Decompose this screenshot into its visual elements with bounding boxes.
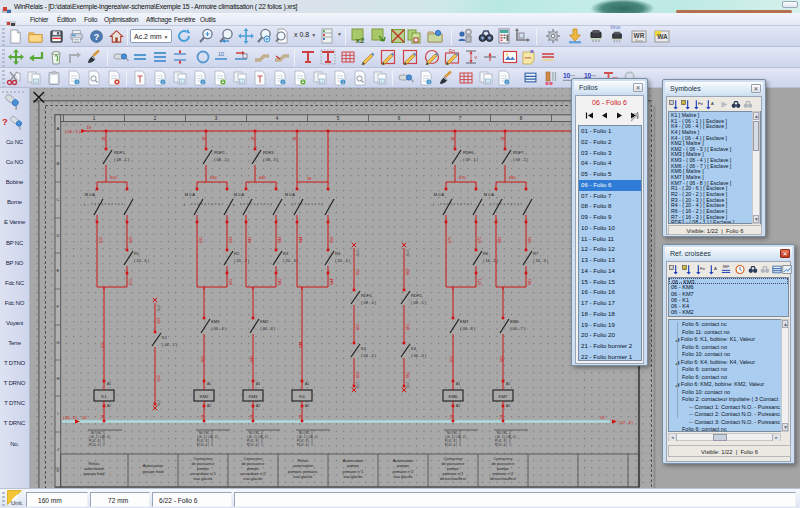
svg-text:671: 671	[448, 237, 452, 243]
svg-text:( 09 - 2 ): ( 09 - 2 )	[513, 157, 529, 162]
svg-text:( 08 - 2 ): ( 08 - 2 )	[214, 157, 230, 162]
svg-text:P( 02 - 8 ): P( 02 - 8 )	[445, 439, 457, 443]
svg-text:M 0 A: M 0 A	[85, 192, 96, 197]
svg-text:642: 642	[250, 356, 254, 362]
svg-text:681: 681	[528, 279, 532, 285]
svg-text:R4: R4	[335, 251, 341, 256]
svg-text:671: 671	[478, 279, 482, 285]
svg-text:6: 6	[398, 116, 401, 121]
svg-text:18: 18	[102, 137, 106, 141]
svg-text:( 20 - 4 ): ( 20 - 4 )	[335, 258, 351, 263]
svg-text:R7: R7	[533, 251, 539, 256]
svg-text:P( 02 - 8 ): P( 02 - 8 )	[495, 439, 507, 443]
svg-text:NO | NC: NO | NC	[299, 431, 310, 435]
svg-text:'désurchauffeur': 'désurchauffeur'	[489, 476, 517, 481]
svg-text:661: 661	[406, 324, 410, 330]
svg-text:A1: A1	[305, 382, 309, 386]
svg-text:No.2: No.2	[157, 400, 161, 406]
svg-text:A1: A1	[256, 382, 260, 386]
svg-text:7: 7	[459, 116, 462, 121]
svg-text:P( 02 - 6 ): P( 02 - 6 )	[247, 443, 259, 447]
svg-text:NO | NC: NO | NC	[199, 431, 210, 435]
svg-text:( 20 - 3 ): ( 20 - 3 )	[283, 258, 299, 263]
svg-text:18: 18	[451, 137, 455, 141]
svg-text:R3: R3	[283, 251, 289, 256]
svg-text:RDF3,: RDF3,	[263, 150, 275, 155]
svg-text:630: 630	[210, 175, 217, 180]
svg-text:( 06 - 8 ): ( 06 - 8 )	[460, 326, 476, 331]
svg-text:( 06 - 4 ): ( 06 - 4 )	[211, 326, 227, 331]
svg-text:eau glacée: eau glacée	[243, 476, 262, 481]
svg-text:18: 18	[293, 137, 297, 141]
svg-text:A: A	[57, 126, 60, 131]
svg-text:671: 671	[478, 237, 482, 243]
svg-text:( 08 - 3 ): ( 08 - 3 )	[263, 157, 279, 162]
svg-text:P( 02 - 8 ): P( 02 - 8 )	[89, 439, 101, 443]
svg-text:4: 4	[276, 116, 279, 121]
svg-text:( 06 - 1 ): ( 06 - 1 )	[162, 342, 178, 347]
svg-text:653: 653	[356, 372, 360, 378]
svg-text:RDF1,: RDF1,	[114, 150, 126, 155]
svg-text:18: 18	[87, 125, 92, 130]
svg-text:660: 660	[406, 269, 410, 275]
svg-text:( 06 - 2 ) ( 06 - 4 ): ( 06 - 2 ) ( 06 - 4 )	[445, 435, 466, 439]
svg-text:P( 02 - 6 ): P( 02 - 6 )	[445, 443, 457, 447]
svg-text:I: I	[57, 411, 58, 416]
svg-text:P( 02 - 6 ): P( 02 - 6 )	[89, 443, 101, 447]
svg-text:( 16 - 3 ): ( 16 - 3 )	[533, 258, 549, 263]
svg-text:No.3: No.3	[356, 250, 360, 256]
svg-text:611: 611	[101, 342, 105, 348]
svg-text:A2: A2	[107, 404, 111, 408]
svg-text:622: 622	[157, 375, 161, 381]
svg-text:680: 680	[509, 175, 516, 180]
svg-text:1: 1	[93, 116, 96, 121]
svg-text:621: 621	[157, 317, 161, 323]
svg-text:M 0 A: M 0 A	[484, 192, 495, 197]
svg-text:groupe froid: groupe froid	[84, 471, 105, 476]
svg-text:No.3: No.3	[406, 250, 410, 256]
svg-text:K: K	[57, 468, 60, 473]
svg-text:( 06 - 2 ) ( 06 - 4 ): ( 06 - 2 ) ( 06 - 4 )	[197, 435, 218, 439]
svg-text:H: H	[56, 376, 59, 381]
svg-text:641: 641	[278, 279, 282, 285]
svg-text:A1: A1	[207, 382, 211, 386]
svg-text:681: 681	[498, 237, 502, 243]
svg-text:No.2: No.2	[406, 382, 410, 388]
svg-text:3: 3	[215, 116, 218, 121]
svg-text:eau glacée: eau glacée	[343, 474, 362, 479]
svg-text:611: 611	[99, 237, 103, 243]
svg-text:K4: K4	[411, 346, 417, 351]
svg-text:641: 641	[248, 237, 252, 243]
svg-text:19: 19	[600, 415, 605, 420]
svg-text:KM6: KM6	[510, 319, 519, 324]
svg-text:M 0 A: M 0 A	[185, 192, 196, 197]
svg-text:eau glacée: eau glacée	[393, 474, 412, 479]
svg-text:G: G	[56, 340, 59, 345]
svg-text:P( 02 - 6 ): P( 02 - 6 )	[197, 443, 209, 447]
svg-text:'désurchauffeur': 'désurchauffeur'	[439, 476, 467, 481]
svg-text:P( 02 - 6 ): P( 02 - 6 )	[495, 443, 507, 447]
svg-text:19: 19	[450, 415, 454, 419]
svg-text:18: 18	[501, 137, 505, 141]
svg-text:( 06 - 4 ): ( 06 - 4 )	[411, 353, 427, 358]
svg-text:RDF6,: RDF6,	[463, 150, 475, 155]
svg-text:P( 02 - 6 ): P( 02 - 6 )	[297, 443, 309, 447]
svg-text:18: 18	[202, 137, 206, 141]
svg-text:No.2: No.2	[356, 382, 360, 388]
svg-text:K1: K1	[162, 335, 168, 340]
svg-text:644: 644	[299, 237, 303, 243]
svg-text:K4: K4	[299, 394, 305, 399]
svg-text:M 0 A: M 0 A	[434, 192, 445, 197]
svg-text:KM7: KM7	[498, 394, 508, 399]
svg-text:19: 19	[82, 415, 87, 420]
svg-text:19: 19	[299, 415, 303, 419]
svg-text:R6: R6	[483, 251, 489, 256]
svg-text:A2: A2	[305, 404, 309, 408]
svg-text:18: 18	[307, 177, 311, 181]
svg-text:631: 631	[199, 237, 203, 243]
svg-text:644: 644	[299, 342, 303, 348]
svg-text:C: C	[56, 197, 59, 202]
svg-text:R2: R2	[234, 251, 240, 256]
svg-text:A1: A1	[107, 382, 111, 386]
svg-text:eau glacée: eau glacée	[193, 476, 212, 481]
